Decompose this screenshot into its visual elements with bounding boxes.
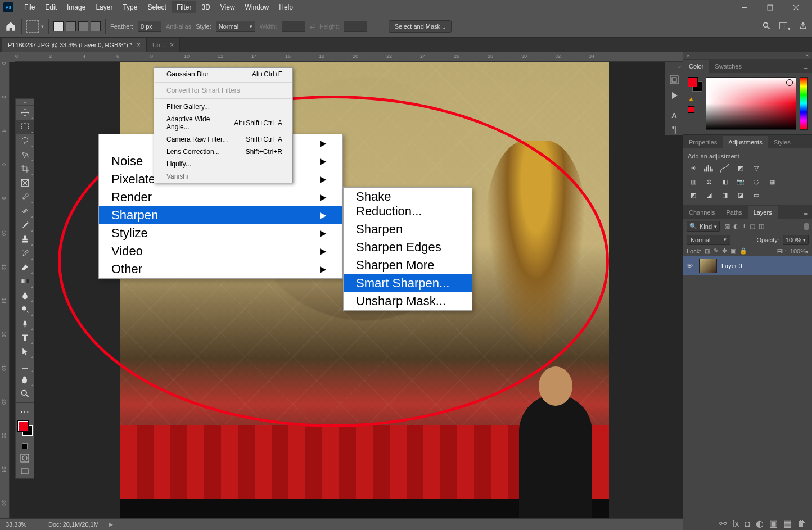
adj-chmix-icon[interactable]: ◌ xyxy=(751,176,762,187)
filter-adaptive-wide[interactable]: Adaptive Wide Angle...Alt+Shift+Ctrl+A xyxy=(154,113,292,133)
toolbox-collapse[interactable]: » xyxy=(16,99,34,106)
adj-hue-icon[interactable]: ▥ xyxy=(688,176,699,187)
menu-3d[interactable]: 3D xyxy=(196,1,215,13)
hue-slider[interactable] xyxy=(800,77,808,130)
fx-icon[interactable]: fx xyxy=(732,519,739,529)
actions-play-icon[interactable] xyxy=(669,90,680,101)
adj-levels-icon[interactable] xyxy=(703,163,715,173)
select-and-mask-button[interactable]: Select and Mask... xyxy=(389,20,452,33)
adj-photo-icon[interactable]: 📷 xyxy=(735,176,746,187)
crop-tool[interactable] xyxy=(16,162,34,176)
stamp-tool[interactable] xyxy=(16,232,34,246)
adj-poster-icon[interactable]: ◢ xyxy=(703,190,715,200)
menu-type[interactable]: Type xyxy=(118,1,142,13)
filter-cat-stylize[interactable]: Stylize▶ xyxy=(99,224,342,242)
sharpen-shake-reduction[interactable]: Shake Reduction... xyxy=(344,188,472,220)
tab-color[interactable]: Color xyxy=(683,60,709,73)
zoom-tool[interactable] xyxy=(16,387,34,401)
opacity-input[interactable]: 100%▾ xyxy=(783,235,809,245)
paragraph-icon[interactable]: ¶ xyxy=(669,125,680,135)
history-icon[interactable] xyxy=(669,74,680,85)
lock-pos-icon[interactable]: ✥ xyxy=(722,247,727,255)
document-tab-active[interactable]: P1160237.JPG @ 33,3% (Layer 0, RGB/8*) *… xyxy=(2,38,147,52)
workspace-switcher[interactable]: ▾ xyxy=(779,21,791,31)
window-close[interactable] xyxy=(783,0,809,15)
type-tool[interactable] xyxy=(16,330,34,345)
eyedropper-tool[interactable] xyxy=(16,190,34,204)
tool-preset[interactable] xyxy=(26,20,39,33)
filter-cat-sharpen[interactable]: Sharpen▶ xyxy=(99,206,342,224)
foreground-color[interactable] xyxy=(18,421,28,431)
filter-cat-other[interactable]: Other▶ xyxy=(99,260,342,278)
sharpen-edges[interactable]: Sharpen Edges xyxy=(344,238,472,256)
close-icon[interactable]: × xyxy=(170,41,174,49)
dodge-tool[interactable] xyxy=(16,302,34,316)
layer-name[interactable]: Layer 0 xyxy=(721,262,742,269)
adj-vibrance-icon[interactable]: ▽ xyxy=(751,163,762,173)
selection-add[interactable] xyxy=(66,21,76,31)
marquee-tool[interactable] xyxy=(16,120,34,134)
color-fgbg[interactable] xyxy=(688,77,702,92)
window-maximize[interactable] xyxy=(757,0,783,15)
lock-pixels-icon[interactable]: ▧ xyxy=(705,247,710,255)
screen-mode[interactable] xyxy=(16,465,34,478)
layer-thumbnail[interactable] xyxy=(699,259,717,273)
menu-help[interactable]: Help xyxy=(274,1,298,13)
pen-tool[interactable] xyxy=(16,316,34,330)
move-tool[interactable] xyxy=(16,106,34,120)
character-icon[interactable]: A xyxy=(669,111,680,120)
strip-collapse[interactable]: » xyxy=(678,64,681,70)
group-icon[interactable]: ▣ xyxy=(769,518,778,529)
adj-bw-icon[interactable]: ◧ xyxy=(719,176,730,187)
filter-cat-render[interactable]: Render▶ xyxy=(99,188,342,206)
sharpen-unsharp[interactable]: Unsharp Mask... xyxy=(344,292,472,310)
new-layer-icon[interactable]: ▤ xyxy=(783,518,792,529)
sharpen-sharpen[interactable]: Sharpen xyxy=(344,220,472,238)
gradient-tool[interactable] xyxy=(16,274,34,288)
filter-pixel-icon[interactable]: ▧ xyxy=(724,223,730,230)
healing-tool[interactable] xyxy=(16,204,34,218)
filter-camera-raw[interactable]: Camera Raw Filter...Shift+Ctrl+A xyxy=(154,133,292,146)
home-icon[interactable] xyxy=(4,20,17,33)
tab-channels[interactable]: Channels xyxy=(683,206,720,219)
filter-last[interactable]: Gaussian BlurAlt+Ctrl+F xyxy=(154,68,292,80)
menu-filter[interactable]: Filter xyxy=(172,1,197,13)
filter-vanishing[interactable]: Vanishi xyxy=(154,170,292,183)
sharpen-more[interactable]: Sharpen More xyxy=(344,256,472,274)
tab-paths[interactable]: Paths xyxy=(720,206,747,219)
filter-gallery[interactable]: Filter Gallery... xyxy=(154,101,292,113)
status-menu-icon[interactable]: ▶ xyxy=(109,522,113,527)
visibility-icon[interactable]: 👁 xyxy=(687,262,694,269)
search-icon[interactable] xyxy=(762,21,771,31)
link-layers-icon[interactable]: ⚯ xyxy=(719,518,727,529)
tab-properties[interactable]: Properties xyxy=(683,136,723,148)
feather-input[interactable]: 0 px xyxy=(138,21,161,32)
edit-toolbar[interactable]: ⋯ xyxy=(16,405,34,419)
delete-icon[interactable]: 🗑 xyxy=(797,519,806,529)
blur-tool[interactable] xyxy=(16,288,34,302)
gamut-color[interactable] xyxy=(688,106,694,113)
menu-edit[interactable]: Edit xyxy=(40,1,62,13)
panel-close[interactable]: × xyxy=(805,52,809,59)
panel-collapse[interactable]: « xyxy=(687,52,690,59)
adj-brightness-icon[interactable]: ☀ xyxy=(688,163,699,173)
selection-new[interactable] xyxy=(53,21,64,31)
adj-exposure-icon[interactable]: ◩ xyxy=(735,163,746,173)
shape-tool[interactable] xyxy=(16,359,34,373)
filter-adj-icon[interactable]: ◐ xyxy=(733,223,739,230)
doc-size[interactable]: Doc: 20,1M/20,1M xyxy=(48,521,99,528)
filter-cat-video[interactable]: Video▶ xyxy=(99,242,342,260)
lock-all-icon[interactable]: 🔒 xyxy=(739,247,747,255)
adj-invert-icon[interactable]: ◩ xyxy=(688,190,699,200)
tab-swatches[interactable]: Swatches xyxy=(709,60,747,73)
style-select[interactable]: Normal▾ xyxy=(216,21,255,32)
blend-mode-select[interactable]: Normal▾ xyxy=(687,235,730,245)
zoom-level[interactable]: 33,33% xyxy=(6,521,38,528)
gamut-warning-icon[interactable]: ▲ xyxy=(688,95,702,103)
panel-menu-icon[interactable]: ≡ xyxy=(800,137,812,148)
filter-shape-icon[interactable]: ▢ xyxy=(750,223,755,230)
hand-tool[interactable] xyxy=(16,373,34,387)
filter-toggle[interactable] xyxy=(804,223,809,230)
tab-styles[interactable]: Styles xyxy=(768,136,796,148)
color-swatch[interactable] xyxy=(16,419,34,441)
